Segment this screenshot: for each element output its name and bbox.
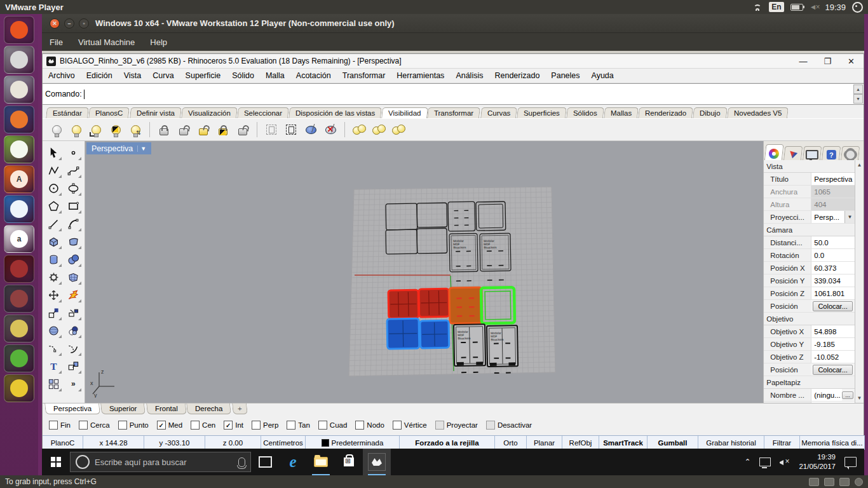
usb-icon[interactable] bbox=[839, 478, 850, 486]
status-smarttrack[interactable]: SmartTrack bbox=[599, 436, 648, 450]
show-objects-icon[interactable] bbox=[67, 121, 85, 139]
property-value[interactable]: 54.898 bbox=[811, 325, 855, 337]
vmware-menu-file[interactable]: File bbox=[42, 33, 71, 51]
tool-circle-icon[interactable] bbox=[45, 180, 62, 196]
tool-scale-icon[interactable] bbox=[45, 304, 62, 321]
tool-surface-icon[interactable] bbox=[65, 233, 82, 250]
show-control-points-icon[interactable] bbox=[282, 121, 300, 139]
session-gear-icon[interactable] bbox=[852, 2, 863, 13]
toolbar-tab-renderizado[interactable]: Renderizado bbox=[638, 107, 693, 118]
status-memoria-f-sica-di-[interactable]: Memoria física di... bbox=[800, 436, 865, 450]
scene-panelDark[interactable]: ModelarMDFBloackers bbox=[487, 325, 518, 373]
tool-rect-icon[interactable] bbox=[65, 198, 82, 214]
network-tray-icon[interactable] bbox=[759, 458, 771, 466]
show-in-viewport-1-icon[interactable] bbox=[350, 121, 368, 139]
network-icon[interactable] bbox=[824, 478, 834, 486]
rhino-menu-sólido[interactable]: Sólido bbox=[226, 71, 260, 80]
tool-explode-icon[interactable] bbox=[65, 287, 82, 303]
status-filtrar[interactable]: Filtrar bbox=[764, 436, 800, 450]
launcher-item-files[interactable] bbox=[4, 46, 34, 74]
clipping-plane-icon[interactable] bbox=[302, 121, 320, 139]
rhino-menu-renderizado[interactable]: Renderizado bbox=[489, 71, 545, 80]
colocar-button[interactable]: Colocar... bbox=[813, 365, 853, 375]
tool-boolean-icon[interactable] bbox=[65, 322, 82, 339]
tool-more-icon[interactable]: » bbox=[65, 376, 82, 392]
unlock-objects-icon[interactable] bbox=[175, 121, 193, 139]
launcher-item-libreoffice-impress[interactable] bbox=[4, 76, 34, 104]
launcher-item-app-red[interactable] bbox=[4, 255, 34, 283]
toolbar-tab-novedades-v5[interactable]: Novedades V5 bbox=[727, 107, 789, 118]
viewport-canvas[interactable]: ModelarMDFBloackersModelarMDFBloackersMo… bbox=[85, 141, 763, 403]
viewport-tab-perspectiva[interactable]: Perspectiva bbox=[44, 403, 100, 414]
microphone-icon[interactable] bbox=[238, 458, 245, 467]
launcher-item-app-gray-yellow[interactable] bbox=[4, 315, 34, 342]
viewport-tab-superior[interactable]: Superior bbox=[100, 403, 146, 414]
rhino-menu-malla[interactable]: Malla bbox=[260, 71, 290, 80]
status-cent-metros[interactable]: Centímetros bbox=[261, 436, 306, 450]
rhino-menu-herramientas[interactable]: Herramientas bbox=[391, 71, 450, 80]
tool-sphere-icon[interactable] bbox=[45, 322, 62, 339]
show-in-viewport-3-icon[interactable] bbox=[390, 121, 407, 139]
launcher-item-app-green-disc[interactable] bbox=[4, 344, 34, 372]
vmware-maximize-button[interactable]: ▫ bbox=[79, 18, 89, 29]
launcher-item-libreoffice-writer[interactable] bbox=[4, 195, 34, 223]
viewport-tab-frontal[interactable]: Frontal bbox=[146, 403, 187, 414]
rhino-menu-paneles[interactable]: Paneles bbox=[545, 71, 585, 80]
scene-orange[interactable] bbox=[449, 287, 482, 323]
osnap-checkbox-cerca[interactable] bbox=[79, 421, 88, 430]
vmware-titlebar[interactable]: ✕ – ▫ Windows 10 x64 - VMware Workstatio… bbox=[42, 14, 864, 33]
property-value[interactable]: 60.373 bbox=[811, 262, 855, 274]
scene-blue[interactable] bbox=[420, 320, 449, 348]
vmware-close-button[interactable]: ✕ bbox=[50, 18, 60, 29]
tool-trim-icon[interactable] bbox=[65, 304, 82, 321]
battery-icon[interactable] bbox=[790, 4, 803, 11]
command-history-scrollbar[interactable]: ▲▼ bbox=[853, 85, 863, 104]
start-button[interactable] bbox=[42, 449, 70, 475]
sound-icon[interactable] bbox=[855, 478, 863, 486]
tool-curve-icon[interactable] bbox=[65, 162, 82, 179]
osnap-checkbox-nodo[interactable] bbox=[355, 421, 364, 430]
ubuntu-clock[interactable]: 19:39 bbox=[825, 3, 846, 12]
command-area[interactable]: Comando: ▲▼ bbox=[43, 83, 864, 105]
osnap-checkbox-tan[interactable] bbox=[287, 421, 295, 430]
tool-blend-icon[interactable] bbox=[65, 340, 82, 356]
viewport-title-dropdown[interactable]: Perspectiva ▼ bbox=[86, 142, 151, 154]
new-viewport-tab[interactable]: + bbox=[232, 403, 248, 414]
tool-point-icon[interactable] bbox=[65, 144, 82, 161]
vmware-minimize-button[interactable]: – bbox=[64, 18, 74, 29]
tool-polyline-icon[interactable] bbox=[45, 162, 62, 179]
toolbar-tab-planosc[interactable]: PlanosC bbox=[88, 107, 130, 118]
status-y-303-10[interactable]: y -303.10 bbox=[144, 436, 205, 450]
keyboard-layout-indicator[interactable]: En bbox=[769, 2, 783, 12]
swap-hidden-icon[interactable] bbox=[107, 121, 125, 139]
file-explorer-icon[interactable] bbox=[307, 449, 335, 475]
launcher-item-firefox[interactable] bbox=[4, 105, 34, 133]
edge-icon[interactable]: e bbox=[279, 449, 307, 475]
taskbar-search-input[interactable]: Escribe aquí para buscar bbox=[70, 452, 251, 472]
browse-button[interactable]: ... bbox=[842, 391, 853, 399]
tool-move-icon[interactable] bbox=[45, 287, 62, 303]
launcher-item-ubuntu-dash[interactable] bbox=[4, 16, 34, 44]
tool-gear-icon[interactable] bbox=[45, 269, 62, 285]
toolbar-tab-visualización[interactable]: Visualización bbox=[181, 107, 238, 118]
rhino-menu-archivo[interactable]: Archivo bbox=[43, 71, 81, 80]
scene-red[interactable] bbox=[419, 288, 449, 317]
hide-objects-icon[interactable] bbox=[48, 121, 65, 139]
action-center-icon[interactable] bbox=[844, 457, 857, 467]
scene-red[interactable] bbox=[388, 290, 419, 318]
status-z-0-00[interactable]: z 0.00 bbox=[205, 436, 261, 450]
panel-tab-properties[interactable] bbox=[764, 144, 784, 162]
rhino-menu-curva[interactable]: Curva bbox=[147, 71, 179, 80]
swap-locked-icon[interactable] bbox=[214, 121, 232, 139]
property-value[interactable]: 339.034 bbox=[811, 274, 855, 287]
rhino-menu-transformar[interactable]: Transformar bbox=[337, 71, 391, 80]
toolbar-tab-transformar[interactable]: Transformar bbox=[428, 107, 481, 118]
tool-arc-icon[interactable] bbox=[65, 215, 82, 232]
rhino-close-button[interactable]: ✕ bbox=[848, 57, 855, 66]
osnap-checkbox-cen[interactable] bbox=[191, 421, 200, 430]
panel-scrollbar[interactable]: ▲ ▼ bbox=[855, 160, 864, 403]
osnap-checkbox-vértice[interactable] bbox=[393, 421, 402, 430]
perspective-viewport[interactable]: Perspectiva ▼ ModelarMDFBloackersModelar… bbox=[85, 141, 763, 403]
property-value[interactable]: -9.185 bbox=[811, 338, 855, 350]
launcher-item-libreoffice-calc[interactable] bbox=[4, 135, 34, 163]
